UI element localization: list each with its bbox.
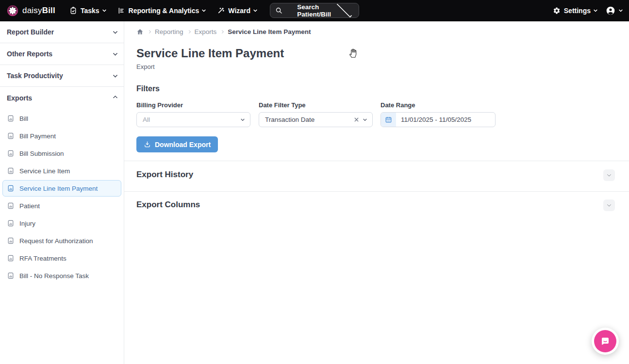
speech-bubble-smile-icon <box>600 336 611 347</box>
chevron-down-icon <box>619 8 623 12</box>
magic-wand-icon <box>217 7 225 15</box>
gear-icon <box>553 7 561 15</box>
nav-item-wizard[interactable]: Wizard <box>213 3 261 18</box>
chat-launcher-button[interactable] <box>594 330 616 352</box>
chevron-down-icon <box>241 117 245 121</box>
sidebar-item-injury[interactable]: Injury <box>0 215 124 232</box>
section-label: Exports <box>7 94 32 102</box>
breadcrumb-link-reporting[interactable]: Reporting <box>155 28 183 35</box>
file-chart-icon <box>7 167 14 174</box>
breadcrumb-separator <box>148 30 151 33</box>
sidebar-item-bill-submission[interactable]: Bill Submission <box>0 145 124 162</box>
app-root: daisyBill Tasks <box>0 0 629 364</box>
chevron-down-icon <box>102 8 106 12</box>
clear-x-icon[interactable] <box>353 116 360 123</box>
nav-menu: Tasks Reporting & Analytics <box>65 3 261 18</box>
date-filter-type-select[interactable]: Transaction Date <box>259 112 373 127</box>
divider <box>124 191 629 192</box>
person-circle-icon <box>606 6 615 16</box>
breadcrumb: Reporting Exports Service Line Item Paym… <box>136 28 311 35</box>
breadcrumb-current: Service Line Item Payment <box>228 28 311 35</box>
export-columns-toggle-button[interactable] <box>603 199 615 211</box>
billing-provider-group: Billing Provider All <box>136 101 250 127</box>
sidebar-item-label: Injury <box>19 220 35 227</box>
date-range-label: Date Range <box>381 101 496 109</box>
file-chart-icon <box>7 237 14 244</box>
sidebar-item-label: Service Line Item <box>19 167 70 175</box>
breadcrumb-link-exports[interactable]: Exports <box>195 28 217 35</box>
date-range-group: Date Range 11/01/2025 - 11/05/2025 <box>381 101 496 127</box>
sidebar-item-label: Bill <box>19 115 28 122</box>
download-export-button[interactable]: Download Export <box>136 136 218 152</box>
sidebar-item-bill-payment[interactable]: Bill Payment <box>0 127 124 145</box>
date-filter-type-label: Date Filter Type <box>259 101 373 109</box>
search-label: Search Patient/Bill <box>297 3 331 18</box>
date-filter-type-value: Transaction Date <box>265 116 349 123</box>
download-icon <box>144 141 151 148</box>
nav-item-tasks[interactable]: Tasks <box>65 3 110 18</box>
sidebar-section-exports[interactable]: Exports <box>0 87 124 109</box>
sidebar-item-label: Bill - No Response Task <box>19 272 89 280</box>
filters-heading: Filters <box>136 84 160 93</box>
sidebar-item-service-line-item-payment[interactable]: Service Line Item Payment <box>2 180 121 197</box>
chevron-up-icon <box>113 96 118 100</box>
date-range-input[interactable]: 11/01/2025 - 11/05/2025 <box>381 112 496 127</box>
calendar-icon <box>381 113 396 127</box>
section-label: Other Reports <box>7 50 52 58</box>
divider <box>124 161 629 161</box>
chevron-down-icon <box>594 8 597 12</box>
sidebar-item-request-for-authorization[interactable]: Request for Authorization <box>0 232 124 249</box>
sidebar-item-rfa-treatments[interactable]: RFA Treatments <box>0 249 124 267</box>
sidebar-item-patient[interactable]: Patient <box>0 197 124 215</box>
export-columns-title: Export Columns <box>136 200 200 210</box>
sidebar-item-label: Bill Payment <box>19 132 56 140</box>
sidebar-item-bill-no-response-task[interactable]: Bill - No Response Task <box>0 267 124 284</box>
chat-launcher-halo <box>592 328 619 355</box>
section-label: Report Builder <box>7 28 54 36</box>
chevron-down-icon <box>202 8 206 12</box>
breadcrumb-separator <box>187 30 191 33</box>
chevron-down-icon <box>113 29 118 34</box>
breadcrumb-separator <box>220 30 224 33</box>
export-history-toggle-button[interactable] <box>603 169 615 181</box>
file-chart-icon <box>7 272 14 279</box>
main-content: Reporting Exports Service Line Item Paym… <box>124 21 629 364</box>
brand-name: daisyBill <box>22 6 55 16</box>
search-patient-bill-button[interactable]: Search Patient/Bill <box>270 3 359 18</box>
brand-logo[interactable]: daisyBill <box>7 5 55 17</box>
export-history-title: Export History <box>136 170 193 180</box>
account-menu[interactable] <box>606 6 622 16</box>
file-chart-icon <box>7 185 14 192</box>
sidebar-item-label: Bill Submission <box>19 150 64 157</box>
daisy-flower-icon <box>7 5 18 17</box>
sidebar-item-bill[interactable]: Bill <box>0 110 124 127</box>
sidebar-section-other-reports[interactable]: Other Reports <box>0 43 124 65</box>
sidebar-item-service-line-item[interactable]: Service Line Item <box>0 162 124 180</box>
nav-item-reporting-analytics[interactable]: Reporting & Analytics <box>113 3 210 18</box>
clipboard-check-icon <box>69 7 77 15</box>
date-range-value: 11/01/2025 - 11/05/2025 <box>396 116 495 123</box>
sidebar-section-report-builder[interactable]: Report Builder <box>0 21 124 43</box>
settings-label: Settings <box>564 7 591 15</box>
chevron-down-icon <box>336 2 352 17</box>
exports-list: Bill Bill Payment Bill Submission Servic… <box>0 109 124 284</box>
sidebar-item-label: Request for Authorization <box>19 237 93 245</box>
nav-item-label: Tasks <box>81 7 99 15</box>
chevron-down-icon <box>607 172 611 176</box>
home-icon[interactable] <box>136 28 144 35</box>
file-chart-icon <box>7 255 14 262</box>
nav-item-label: Wizard <box>228 7 250 15</box>
billing-provider-select[interactable]: All <box>136 112 250 127</box>
sidebar-section-task-productivity[interactable]: Task Productivity <box>0 65 124 87</box>
nav-right-cluster: Settings <box>553 0 622 21</box>
file-chart-icon <box>7 132 14 139</box>
date-filter-type-group: Date Filter Type Transaction Date <box>259 101 373 127</box>
sidebar-item-label: Service Line Item Payment <box>19 185 98 192</box>
nav-item-label: Reporting & Analytics <box>129 7 199 15</box>
file-chart-icon <box>7 115 14 122</box>
page-subtitle: Export <box>136 63 155 70</box>
file-chart-icon <box>7 150 14 157</box>
settings-menu[interactable]: Settings <box>553 7 597 15</box>
billing-provider-label: Billing Provider <box>136 101 250 109</box>
sidebar: Report Builder Other Reports Task Produc… <box>0 21 124 364</box>
